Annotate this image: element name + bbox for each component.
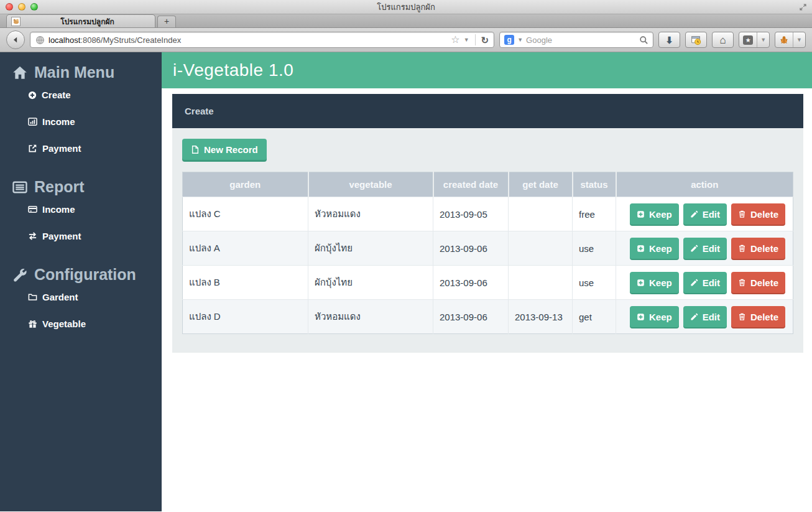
keep-button[interactable]: Keep xyxy=(630,306,679,327)
cell-garden: แปลง D xyxy=(183,300,308,334)
sidebar-item-gardent[interactable]: Gardent xyxy=(0,284,162,310)
sidebar-item-report-payment[interactable]: Payment xyxy=(0,223,162,249)
delete-button[interactable]: Delete xyxy=(731,238,785,259)
bookmarks-dropdown-icon[interactable]: ▼ xyxy=(757,32,769,47)
delete-label: Delete xyxy=(750,209,778,220)
search-icon[interactable] xyxy=(639,35,648,45)
url-separator xyxy=(475,34,476,45)
delete-button[interactable]: Delete xyxy=(731,272,785,293)
firebug-dropdown-icon[interactable]: ▼ xyxy=(793,32,805,47)
column-header-created-date: created date xyxy=(433,172,509,197)
cell-created-date: 2013-09-06 xyxy=(433,300,509,334)
cell-status: get xyxy=(573,300,616,334)
list-icon xyxy=(12,180,27,195)
delete-label: Delete xyxy=(750,243,778,254)
search-bar[interactable]: g ▼ Google xyxy=(499,32,653,48)
browser-tab[interactable]: โปรแกรมปลูกผัก xyxy=(6,14,155,27)
pencil-icon xyxy=(690,279,698,287)
credit-card-icon xyxy=(28,205,37,214)
url-dropdown-icon[interactable]: ▼ xyxy=(464,37,469,43)
globe-icon xyxy=(35,35,45,45)
keep-label: Keep xyxy=(649,243,672,254)
column-header-get-date: get date xyxy=(509,172,573,197)
sidebar-item-report-income[interactable]: Income xyxy=(0,196,162,223)
cell-get-date: 2013-09-13 xyxy=(509,300,573,334)
column-header-action: action xyxy=(616,172,793,197)
new-tab-button[interactable]: + xyxy=(157,16,176,27)
keep-label: Keep xyxy=(649,312,672,322)
trash-icon xyxy=(738,244,746,253)
reload-icon[interactable]: ↻ xyxy=(481,35,489,45)
records-table: garden vegetable created date get date s… xyxy=(182,172,793,334)
sidebar-section-title: Report xyxy=(34,178,85,196)
home-icon: ⌂ xyxy=(720,35,726,45)
cell-garden: แปลง C xyxy=(183,197,308,231)
keep-button[interactable]: Keep xyxy=(630,238,679,259)
plus-square-icon xyxy=(637,244,645,253)
bookmarks-button[interactable]: ★ ▼ xyxy=(739,32,770,48)
delete-button[interactable]: Delete xyxy=(731,306,785,327)
table-row: แปลง B ผักบุ้งไทย 2013-09-06 use Keep Ed… xyxy=(183,266,793,300)
cell-status: free xyxy=(573,197,616,231)
cell-vegetable: ผักบุ้งไทย xyxy=(308,231,433,266)
back-arrow-icon xyxy=(11,35,20,44)
cell-garden: แปลง B xyxy=(183,266,308,300)
search-input[interactable]: Google xyxy=(526,35,636,45)
panel-title: Create xyxy=(185,106,214,116)
edit-label: Edit xyxy=(703,209,720,220)
wrench-icon xyxy=(12,268,27,282)
cell-action: Keep Edit Delete xyxy=(616,231,793,266)
tab-title: โปรแกรมปลูกผัก xyxy=(24,16,150,27)
sidebar-section-main-menu: Main Menu xyxy=(0,63,162,81)
new-record-label: New Record xyxy=(204,144,258,155)
new-record-button[interactable]: New Record xyxy=(182,139,267,160)
url-path: :8086/MyStruts/CreateIndex xyxy=(80,35,181,45)
sidebar-item-income[interactable]: Income xyxy=(0,108,162,135)
trash-icon xyxy=(738,312,746,321)
bookmark-star-icon[interactable]: ☆ xyxy=(451,35,459,45)
window-title: โปรแกรมปลูกผัก xyxy=(0,1,812,14)
home-button[interactable]: ⌂ xyxy=(712,32,734,48)
url-bar[interactable]: localhost:8086/MyStruts/CreateIndex ☆ ▼ … xyxy=(30,32,494,48)
search-engine-dropdown-icon[interactable]: ▼ xyxy=(517,37,523,43)
keep-button[interactable]: Keep xyxy=(630,203,679,225)
library-button[interactable] xyxy=(685,32,707,48)
downloads-button[interactable]: ⬇ xyxy=(658,32,680,48)
sidebar-item-payment[interactable]: Payment xyxy=(0,135,162,162)
bookmarks-star-icon: ★ xyxy=(743,35,753,45)
edit-label: Edit xyxy=(703,312,720,322)
cell-garden: แปลง A xyxy=(183,231,308,266)
delete-label: Delete xyxy=(750,312,778,322)
sidebar-item-create[interactable]: Create xyxy=(0,81,162,108)
firebug-button[interactable]: ▼ xyxy=(775,32,806,48)
edit-button[interactable]: Edit xyxy=(683,306,727,327)
tomcat-favicon-icon xyxy=(11,17,21,26)
sidebar-item-label: Create xyxy=(42,90,71,100)
pencil-icon xyxy=(690,313,698,321)
sidebar-item-vegetable[interactable]: Vegetable xyxy=(0,310,162,337)
edit-button[interactable]: Edit xyxy=(683,203,727,225)
tab-strip: โปรแกรมปลูกผัก + xyxy=(0,14,812,28)
column-header-garden: garden xyxy=(183,172,308,197)
exchange-icon xyxy=(28,231,37,241)
sidebar-section-title: Configuration xyxy=(34,266,136,284)
external-link-icon xyxy=(28,144,37,153)
edit-button[interactable]: Edit xyxy=(683,272,727,293)
back-button[interactable] xyxy=(6,30,25,49)
fullscreen-icon[interactable] xyxy=(799,3,807,11)
delete-button[interactable]: Delete xyxy=(731,203,785,225)
main-area: i-Vegetable 1.0 Create New Record xyxy=(162,52,812,511)
url-host: localhost xyxy=(48,35,80,45)
edit-label: Edit xyxy=(703,243,720,254)
sidebar-section-configuration: Configuration xyxy=(0,266,162,284)
sidebar-item-label: Income xyxy=(42,116,75,127)
keep-label: Keep xyxy=(649,277,672,288)
trash-icon xyxy=(738,210,746,218)
edit-button[interactable]: Edit xyxy=(683,238,727,259)
table-row: แปลง C หัวหอมแดง 2013-09-05 free Keep Ed… xyxy=(183,197,793,231)
navigation-toolbar: localhost:8086/MyStruts/CreateIndex ☆ ▼ … xyxy=(0,28,812,52)
keep-button[interactable]: Keep xyxy=(630,272,679,293)
cell-get-date xyxy=(509,266,573,300)
cell-created-date: 2013-09-05 xyxy=(433,197,509,231)
download-arrow-icon: ⬇ xyxy=(665,35,673,45)
